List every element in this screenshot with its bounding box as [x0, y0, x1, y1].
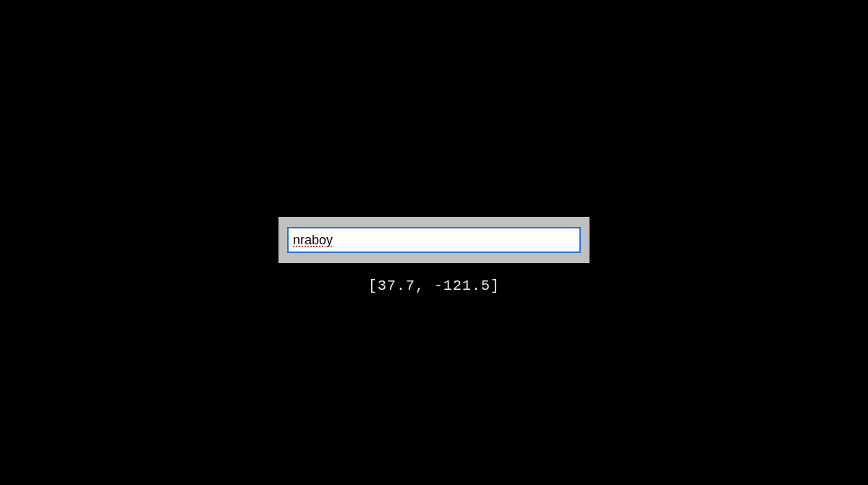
username-input[interactable]	[287, 227, 581, 253]
coordinates-display: [37.7, -121.5]	[368, 278, 500, 294]
input-panel	[278, 217, 590, 263]
main-container: [37.7, -121.5]	[278, 217, 590, 294]
